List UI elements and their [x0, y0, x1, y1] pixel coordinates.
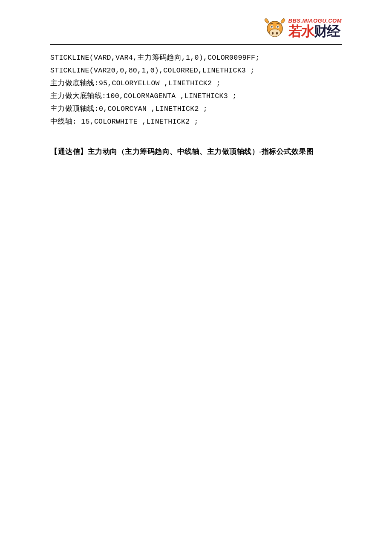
site-logo: BBS.MIAOGU.COM 若水财经: [263, 16, 342, 40]
svg-point-5: [271, 26, 273, 28]
code-line: 主力做顶轴线:0,COLORCYAN ,LINETHICK2 ;: [50, 105, 208, 113]
svg-point-3: [276, 32, 278, 35]
header-divider: [50, 44, 342, 45]
code-line: 主力做底轴线:95,COLORYELLOW ,LINETHICK2 ;: [50, 79, 221, 87]
logo-cn-part1: 若水: [288, 24, 314, 38]
logo-text-block: BBS.MIAOGU.COM 若水财经: [288, 18, 342, 38]
logo-url-text: BBS.MIAOGU.COM: [288, 18, 342, 23]
code-line: 主力做大底轴线:100,COLORMAGENTA ,LINETHICK3 ;: [50, 92, 236, 100]
logo-chinese-text: 若水财经: [288, 24, 340, 38]
logo-cn-part2: 财经: [314, 24, 340, 38]
document-page: BBS.MIAOGU.COM 若水财经 STICKLINE(VARD,VAR4,…: [0, 0, 392, 156]
section-heading: 【通达信】主力动向（主力筹码趋向、中线轴、主力做顶轴线）-指标公式效果图: [50, 147, 342, 156]
bull-mascot-icon: [263, 16, 287, 40]
code-line: STICKLINE(VARD,VAR4,主力筹码趋向,1,0),COLOR009…: [50, 54, 259, 62]
formula-code-block: STICKLINE(VARD,VAR4,主力筹码趋向,1,0),COLOR009…: [50, 52, 342, 128]
svg-point-1: [269, 29, 280, 37]
header-logo-area: BBS.MIAOGU.COM 若水财经: [50, 13, 342, 43]
svg-point-2: [272, 32, 274, 35]
code-line: 中线轴: 15,COLORWHITE ,LINETHICK2 ;: [50, 118, 199, 126]
svg-point-7: [277, 26, 279, 28]
code-line: STICKLINE(VAR20,0,80,1,0),COLORRED,LINET…: [50, 66, 254, 75]
